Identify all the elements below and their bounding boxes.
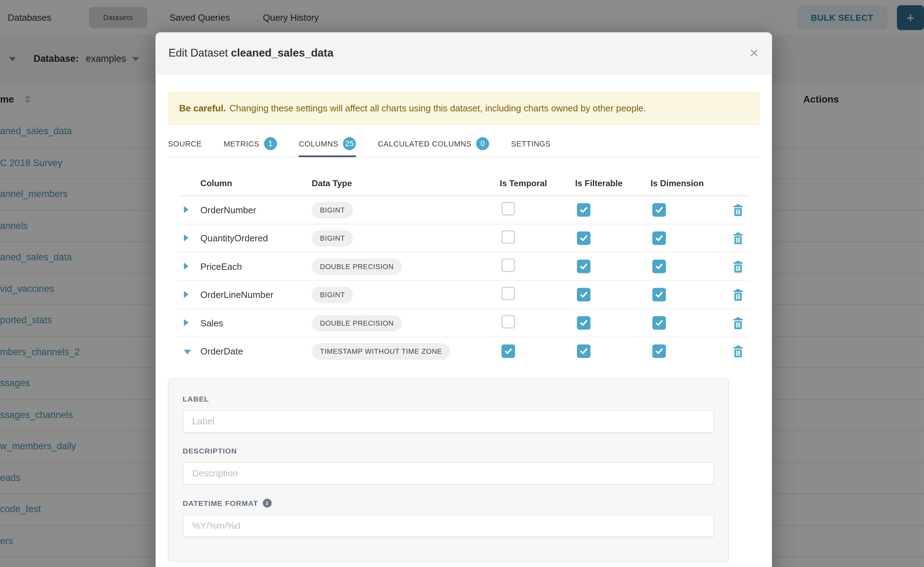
is-filterable-checkbox[interactable]: [577, 316, 591, 330]
column-row: PriceEach DOUBLE PRECISION: [179, 253, 749, 281]
is-dimension-checkbox[interactable]: [652, 316, 666, 330]
header-is-filterable: Is Filterable: [575, 178, 651, 188]
is-temporal-checkbox[interactable]: [501, 258, 515, 272]
trash-icon[interactable]: [733, 345, 743, 357]
label-input[interactable]: [183, 410, 715, 433]
description-field: DESCRIPTION: [183, 447, 715, 484]
is-filterable-checkbox[interactable]: [577, 288, 591, 302]
description-input[interactable]: [183, 462, 715, 485]
columns-table-rows: OrderNumber BIGINT QuantityOrdered BIGIN…: [179, 196, 749, 365]
tab-label: COLUMNS: [299, 139, 338, 148]
modal-tabs: SOURCE METRICS 1 COLUMNS 25 CALCULATED C…: [168, 132, 760, 157]
label-field-label: LABEL: [183, 395, 715, 403]
data-type-badge: BIGINT: [312, 202, 354, 218]
expand-caret-icon[interactable]: [184, 234, 188, 241]
expand-caret-icon[interactable]: [184, 206, 188, 213]
header-is-temporal: Is Temporal: [500, 178, 575, 188]
expand-caret-icon[interactable]: [184, 262, 188, 270]
tab-columns[interactable]: COLUMNS 25: [299, 132, 356, 157]
data-type-badge: BIGINT: [312, 230, 354, 246]
tab-settings[interactable]: SETTINGS: [511, 132, 551, 157]
warning-bold: Be careful.: [179, 103, 226, 114]
datetime-format-input[interactable]: [183, 514, 715, 537]
is-temporal-checkbox[interactable]: [501, 286, 515, 300]
tab-label: SOURCE: [168, 139, 202, 148]
description-field-label: DESCRIPTION: [183, 447, 715, 455]
is-dimension-checkbox[interactable]: [652, 260, 666, 273]
data-type-badge: DOUBLE PRECISION: [312, 258, 402, 275]
is-filterable-checkbox[interactable]: [577, 231, 591, 245]
warning-banner: Be careful. Changing these settings will…: [168, 92, 760, 125]
column-row: OrderDate TIMESTAMP WITHOUT TIME ZONE: [179, 337, 749, 365]
header-is-dimension: Is Dimension: [650, 178, 725, 188]
tab-label: SETTINGS: [511, 139, 551, 148]
column-name: OrderLineNumber: [200, 290, 274, 299]
tab-calculated-columns[interactable]: CALCULATED COLUMNS 0: [378, 132, 489, 157]
data-type-badge: BIGINT: [312, 286, 354, 303]
is-dimension-checkbox[interactable]: [652, 203, 666, 217]
modal-header: Edit Dataset cleaned_sales_data ✕: [155, 32, 772, 74]
label-field: LABEL: [183, 395, 715, 433]
is-dimension-checkbox[interactable]: [652, 288, 666, 302]
data-type-badge: TIMESTAMP WITHOUT TIME ZONE: [312, 343, 450, 359]
trash-icon[interactable]: [733, 204, 743, 216]
tab-count-badge: 25: [343, 137, 356, 150]
is-filterable-checkbox[interactable]: [577, 260, 591, 273]
is-dimension-checkbox[interactable]: [652, 231, 666, 245]
close-icon[interactable]: ✕: [749, 47, 759, 59]
is-temporal-checkbox[interactable]: [501, 315, 515, 329]
tab-count-badge: 0: [476, 137, 489, 150]
datetime-format-field: DATETIME FORMAT i: [183, 499, 715, 537]
header-data-type: Data Type: [312, 178, 500, 188]
column-row: OrderNumber BIGINT: [179, 196, 749, 224]
warning-text: Changing these settings will affect all …: [229, 103, 646, 114]
edit-dataset-modal: Edit Dataset cleaned_sales_data ✕ Be car…: [155, 32, 772, 567]
column-name: Sales: [200, 318, 223, 327]
header-column: Column: [200, 178, 312, 188]
column-row: Sales DOUBLE PRECISION: [179, 309, 749, 337]
column-name: OrderNumber: [200, 204, 256, 214]
column-row: OrderLineNumber BIGINT: [179, 281, 749, 309]
columns-table-header: Column Data Type Is Temporal Is Filterab…: [179, 157, 749, 196]
trash-icon[interactable]: [733, 261, 743, 273]
trash-icon[interactable]: [733, 317, 743, 329]
info-icon[interactable]: i: [263, 499, 271, 508]
trash-icon[interactable]: [733, 232, 743, 244]
datetime-format-field-label: DATETIME FORMAT i: [183, 499, 715, 508]
expand-caret-icon[interactable]: [184, 319, 188, 326]
tab-metrics[interactable]: METRICS 1: [224, 132, 277, 157]
columns-table: Column Data Type Is Temporal Is Filterab…: [179, 157, 749, 365]
expand-caret-icon[interactable]: [184, 291, 188, 297]
column-row: QuantityOrdered BIGINT: [179, 225, 749, 253]
is-filterable-checkbox[interactable]: [577, 203, 591, 217]
tab-label: METRICS: [224, 139, 259, 148]
column-name: OrderDate: [200, 346, 243, 356]
is-temporal-checkbox[interactable]: [501, 230, 515, 244]
column-name: PriceEach: [200, 261, 242, 271]
column-detail-panel: LABEL DESCRIPTION DATETIME FORMAT i: [168, 379, 729, 562]
is-temporal-checkbox[interactable]: [501, 344, 515, 358]
data-type-badge: DOUBLE PRECISION: [312, 315, 402, 331]
column-name: QuantityOrdered: [200, 233, 268, 243]
tab-count-badge: 1: [264, 137, 277, 150]
screen: Databases Datasets Saved Queries Query H…: [0, 0, 924, 567]
collapse-caret-icon[interactable]: [184, 350, 191, 354]
is-dimension-checkbox[interactable]: [652, 344, 666, 358]
is-filterable-checkbox[interactable]: [577, 344, 591, 358]
is-temporal-checkbox[interactable]: [501, 202, 515, 216]
tab-label: CALCULATED COLUMNS: [378, 139, 472, 148]
modal-title: Edit Dataset cleaned_sales_data: [169, 46, 333, 59]
dataset-name: cleaned_sales_data: [231, 46, 333, 58]
modal-body: Be careful. Changing these settings will…: [155, 74, 772, 562]
trash-icon[interactable]: [733, 289, 743, 301]
tab-source[interactable]: SOURCE: [168, 132, 202, 157]
